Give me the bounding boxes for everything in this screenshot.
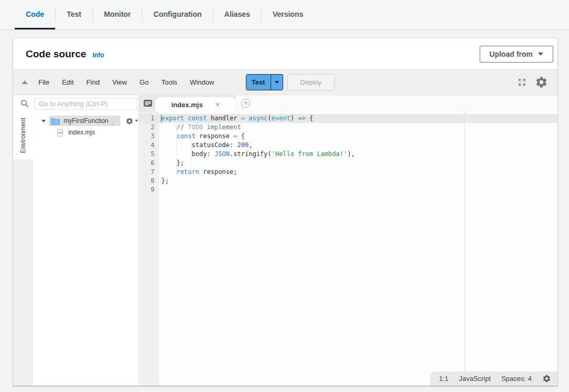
menu-tools[interactable]: Tools	[161, 78, 177, 86]
function-nav-tabs: CodeTestMonitorConfigurationAliasesVersi…	[0, 0, 569, 30]
code-line-5[interactable]: 5 body: JSON.stringify('Hello from Lambd…	[138, 150, 557, 159]
cursor-position[interactable]: 1:1	[439, 375, 448, 383]
code-line-7[interactable]: 7 return response;	[138, 168, 557, 177]
folder-selected-pill[interactable]: myFirstFunction - /	[49, 116, 120, 126]
code-text: // TODO implement	[159, 123, 241, 132]
environment-tab[interactable]: Environment	[13, 112, 33, 159]
language-mode[interactable]: JavaScript	[459, 375, 491, 383]
folder-label: myFirstFunction	[64, 117, 108, 125]
tab-index-mjs[interactable]: index.mjs ×	[155, 97, 236, 112]
code-text: };	[159, 177, 169, 185]
environment-strip: Environment	[13, 112, 33, 386]
folder-icon	[50, 117, 60, 125]
code-line-1[interactable]: 1export const handler = async(event) => …	[138, 114, 557, 123]
menu-items: FileEditFindViewGoToolsWindow	[38, 78, 227, 86]
code-line-6[interactable]: 6 };	[138, 159, 557, 168]
test-dropdown-button[interactable]	[271, 75, 283, 90]
menu-edit[interactable]: Edit	[62, 78, 74, 86]
menu-view[interactable]: View	[112, 78, 127, 86]
test-split-button: Test	[246, 74, 283, 90]
close-icon[interactable]: ×	[215, 101, 220, 108]
chevron-down-icon	[275, 81, 279, 84]
tab-list-icon[interactable]	[143, 99, 152, 109]
chevron-down-icon	[538, 53, 543, 56]
menu-window[interactable]: Window	[190, 78, 214, 86]
test-button[interactable]: Test	[246, 75, 271, 90]
line-number[interactable]: 9	[138, 185, 159, 194]
js-file-icon: <>	[56, 129, 64, 137]
code-line-4[interactable]: 4 statusCode: 200,	[138, 141, 557, 150]
menu-find[interactable]: Find	[86, 78, 99, 86]
upload-from-button[interactable]: Upload from	[480, 46, 553, 63]
tool-row: index.mjs × +	[13, 95, 557, 112]
line-number[interactable]: 5	[138, 150, 159, 159]
code-text: };	[159, 159, 184, 168]
tree-expand-caret-icon[interactable]	[42, 120, 46, 122]
code-line-2[interactable]: 2 // TODO implement	[138, 123, 557, 132]
tab-aliases[interactable]: Aliases	[213, 0, 261, 29]
editor-tab-strip: index.mjs × +	[138, 95, 557, 112]
line-number[interactable]: 7	[138, 168, 159, 177]
environment-tab-label: Environment	[19, 118, 27, 153]
line-number[interactable]: 6	[138, 159, 159, 168]
code-text: const response = {	[159, 132, 245, 141]
file-label: index.mjs	[68, 129, 95, 136]
line-number[interactable]: 4	[138, 141, 159, 150]
editor-status-bar: 1:1 JavaScript Spaces: 4	[430, 372, 557, 386]
editor-body: Environment myFirstFunction - / <> index…	[13, 112, 557, 386]
fullscreen-expand-icon[interactable]	[518, 78, 526, 87]
line-number[interactable]: 2	[138, 123, 159, 132]
gear-icon	[126, 117, 133, 125]
code-line-9[interactable]: 9	[138, 185, 557, 194]
editor-menu-bar: FileEditFindViewGoToolsWindow Test Deplo…	[13, 69, 557, 95]
page-title: Code source	[26, 48, 86, 60]
menu-go[interactable]: Go	[140, 78, 149, 86]
code-line-8[interactable]: 8};	[138, 177, 557, 185]
code-text: return response;	[159, 168, 237, 177]
collapse-triangle-icon[interactable]	[22, 80, 28, 84]
gear-icon[interactable]	[535, 76, 548, 89]
text-cursor	[161, 115, 162, 122]
deploy-button[interactable]: Deploy	[287, 74, 335, 90]
code-text	[159, 185, 161, 194]
tab-code[interactable]: Code	[15, 0, 55, 29]
goto-anything-zone	[13, 95, 138, 112]
new-tab-plus-icon[interactable]: +	[241, 99, 250, 108]
tab-configuration[interactable]: Configuration	[142, 0, 213, 29]
file-tree: myFirstFunction - / <> index.mjs	[33, 112, 138, 386]
tab-label: index.mjs	[171, 101, 203, 109]
info-link[interactable]: Info	[92, 51, 104, 59]
goto-anything-input[interactable]	[34, 98, 137, 110]
line-number[interactable]: 3	[138, 132, 159, 141]
search-icon	[20, 99, 29, 108]
tab-monitor[interactable]: Monitor	[93, 0, 142, 29]
code-lines: 1export const handler = async(event) => …	[138, 112, 557, 194]
folder-suffix: - /	[111, 115, 117, 127]
code-editor[interactable]: 1export const handler = async(event) => …	[138, 112, 557, 386]
menubar-right-icons	[518, 76, 551, 89]
upload-from-label: Upload from	[490, 50, 533, 58]
svg-text:<>: <>	[58, 130, 63, 134]
code-source-panel: Code source Info Upload from FileEditFin…	[13, 38, 558, 386]
print-margin-line	[464, 112, 465, 386]
menu-file[interactable]: File	[38, 78, 49, 86]
tab-strip-empty-area	[236, 95, 557, 112]
indentation-setting[interactable]: Spaces: 4	[501, 375, 532, 383]
code-line-3[interactable]: 3 const response = {	[138, 132, 557, 141]
line-number[interactable]: 1	[138, 114, 159, 123]
gear-icon[interactable]	[542, 374, 551, 383]
tab-versions[interactable]: Versions	[262, 0, 314, 29]
line-number[interactable]: 8	[138, 177, 159, 185]
code-text: body: JSON.stringify('Hello from Lambda!…	[159, 150, 355, 159]
code-text: statusCode: 200,	[159, 141, 252, 150]
tree-row-folder[interactable]: myFirstFunction - /	[33, 115, 138, 127]
environment-strip-background	[13, 159, 33, 386]
panel-header: Code source Info Upload from	[13, 38, 557, 69]
code-text: export const handler = async(event) => {	[159, 114, 313, 123]
tree-settings-button[interactable]	[126, 117, 138, 125]
tree-row-file[interactable]: <> index.mjs	[33, 127, 138, 138]
tab-test[interactable]: Test	[56, 0, 92, 29]
